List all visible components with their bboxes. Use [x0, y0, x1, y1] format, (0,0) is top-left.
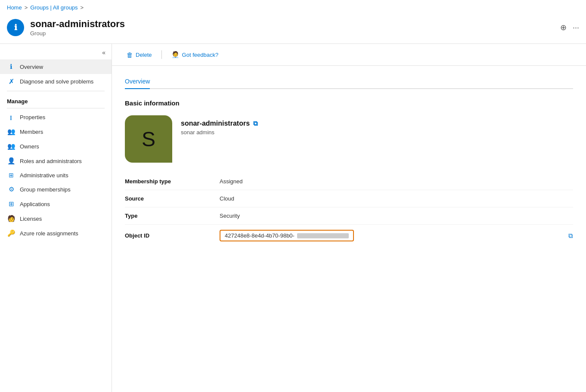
main-layout: « ℹ Overview ✗ Diagnose and solve proble… [0, 43, 586, 392]
object-id-blurred [297, 233, 349, 238]
delete-label: Delete [136, 52, 152, 58]
table-row: Source Cloud [125, 190, 573, 207]
page-subtitle: Group [30, 30, 550, 37]
source-label: Source [125, 195, 220, 202]
sidebar-collapse-button[interactable]: « [100, 47, 107, 58]
sidebar-item-roles[interactable]: 👤 Roles and administrators [0, 154, 112, 168]
sidebar-divider-2 [7, 108, 105, 108]
sidebar: « ℹ Overview ✗ Diagnose and solve proble… [0, 44, 112, 392]
header-actions: ⊕ ··· [560, 23, 579, 32]
feedback-icon: 🧑‍💼 [171, 51, 180, 59]
admin-units-icon: ⊞ [7, 172, 16, 179]
azure-roles-icon: 🔑 [7, 229, 16, 237]
tab-bar: Overview [125, 74, 573, 89]
object-id-value-box: 427248e8-8e4d-4b70-98b0- [220, 230, 564, 241]
sidebar-item-licenses-label: Licenses [20, 216, 42, 222]
breadcrumb-groups[interactable]: Groups | All groups [30, 4, 78, 11]
sidebar-item-applications[interactable]: ⊞ Applications [0, 197, 112, 211]
sidebar-item-diagnose-label: Diagnose and solve problems [20, 78, 93, 85]
object-id-value: 427248e8-8e4d-4b70-98b0- [220, 230, 354, 241]
licenses-icon: 🧑 [7, 215, 16, 222]
delete-button[interactable]: 🗑 Delete [122, 49, 156, 61]
sidebar-item-azure-roles[interactable]: 🔑 Azure role assignments [0, 226, 112, 241]
group-description: sonar admins [181, 129, 258, 136]
breadcrumb: Home > Groups | All groups > [0, 0, 586, 15]
properties-icon: ⫿ [7, 114, 16, 121]
sidebar-item-members-label: Members [20, 129, 43, 135]
group-memberships-icon: ⚙ [7, 185, 16, 193]
basic-information: S sonar-administrators ⧉ sonar admins [125, 115, 573, 247]
section-title: Basic information [125, 99, 573, 107]
page-title: sonar-administrators [30, 19, 550, 30]
sidebar-item-properties[interactable]: ⫿ Properties [0, 110, 112, 124]
copy-name-icon[interactable]: ⧉ [253, 120, 258, 127]
sidebar-item-group-memberships-label: Group memberships [20, 186, 71, 193]
sidebar-item-members[interactable]: 👥 Members [0, 124, 112, 139]
source-value: Cloud [220, 195, 573, 202]
applications-icon: ⊞ [7, 200, 16, 208]
sidebar-item-admin-units-label: Administrative units [20, 172, 68, 179]
roles-icon: 👤 [7, 157, 16, 165]
table-row: Type Security [125, 207, 573, 225]
group-name: sonar-administrators ⧉ [181, 120, 258, 127]
group-avatar: S [125, 115, 172, 163]
object-id-row: Object ID 427248e8-8e4d-4b70-98b0- ⧉ [125, 225, 573, 247]
membership-type-value: Assigned [220, 178, 573, 185]
group-avatar-row: S sonar-administrators ⧉ sonar admins [125, 115, 573, 163]
content-inner: Overview Basic information S sonar-admin… [112, 66, 586, 255]
sidebar-item-owners-label: Owners [20, 143, 39, 150]
sidebar-item-licenses[interactable]: 🧑 Licenses [0, 211, 112, 226]
page-header: ℹ sonar-administrators Group ⊕ ··· [0, 15, 586, 43]
tab-overview[interactable]: Overview [125, 74, 150, 89]
type-label: Type [125, 213, 220, 219]
membership-type-label: Membership type [125, 178, 220, 185]
members-icon: 👥 [7, 128, 16, 136]
sidebar-item-properties-label: Properties [20, 114, 45, 120]
owners-icon: 👥 [7, 142, 16, 150]
sidebar-item-overview-label: Overview [20, 64, 43, 70]
sidebar-divider-1 [7, 91, 105, 91]
breadcrumb-sep1: > [25, 4, 28, 11]
pin-icon[interactable]: ⊕ [560, 23, 567, 32]
sidebar-manage-label: Manage [0, 93, 112, 106]
sidebar-item-group-memberships[interactable]: ⚙ Group memberships [0, 182, 112, 197]
sidebar-item-applications-label: Applications [20, 201, 50, 207]
sidebar-item-azure-roles-label: Azure role assignments [20, 230, 78, 237]
breadcrumb-sep2: > [81, 4, 84, 11]
more-options-icon[interactable]: ··· [573, 23, 579, 32]
header-title-block: sonar-administrators Group [30, 19, 550, 37]
sidebar-item-overview[interactable]: ℹ Overview [0, 59, 112, 74]
object-id-text: 427248e8-8e4d-4b70-98b0- [225, 232, 295, 239]
sidebar-item-diagnose[interactable]: ✗ Diagnose and solve problems [0, 74, 112, 89]
delete-icon: 🗑 [127, 51, 133, 59]
content-toolbar: 🗑 Delete 🧑‍💼 Got feedback? [112, 44, 586, 66]
sidebar-collapse-area: « [0, 44, 112, 59]
feedback-label: Got feedback? [182, 52, 219, 58]
group-name-block: sonar-administrators ⧉ sonar admins [181, 115, 258, 136]
sidebar-item-owners[interactable]: 👥 Owners [0, 139, 112, 154]
toolbar-separator [161, 50, 162, 59]
main-content: 🗑 Delete 🧑‍💼 Got feedback? Overview Basi… [112, 44, 586, 392]
overview-icon: ℹ [7, 63, 16, 71]
info-table: Membership type Assigned Source Cloud Ty… [125, 173, 573, 247]
feedback-button[interactable]: 🧑‍💼 Got feedback? [167, 48, 223, 61]
diagnose-icon: ✗ [7, 77, 16, 86]
object-id-label: Object ID [125, 232, 220, 239]
copy-object-id-icon[interactable]: ⧉ [568, 232, 573, 240]
sidebar-item-admin-units[interactable]: ⊞ Administrative units [0, 168, 112, 182]
breadcrumb-home[interactable]: Home [7, 4, 22, 11]
header-icon: ℹ [7, 19, 24, 36]
table-row: Membership type Assigned [125, 173, 573, 190]
type-value: Security [220, 213, 573, 219]
sidebar-item-roles-label: Roles and administrators [20, 158, 82, 164]
azure-portal-page: Home > Groups | All groups > ℹ sonar-adm… [0, 0, 586, 392]
